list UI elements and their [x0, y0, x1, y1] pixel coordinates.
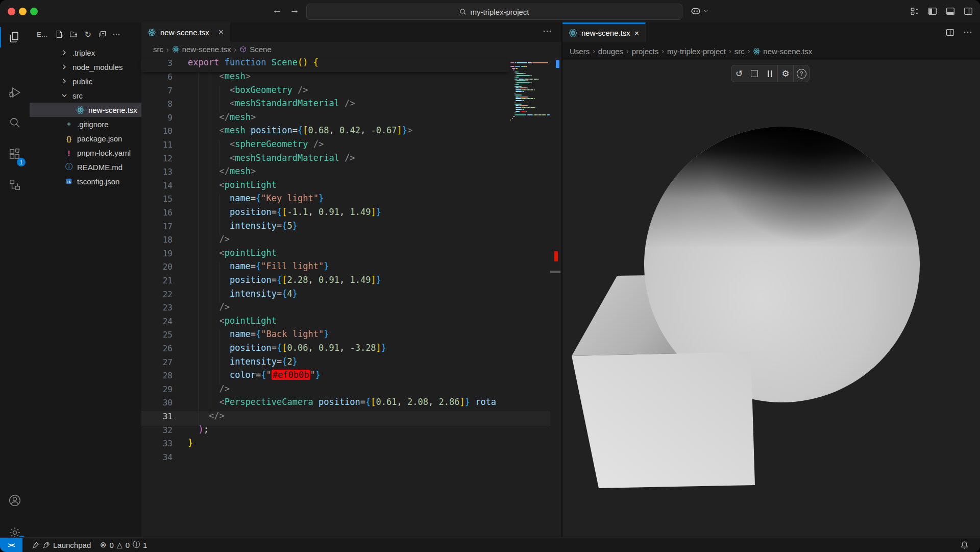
sticky-scroll-line[interactable]: 3export function Scene() { [141, 58, 509, 72]
panel-tab[interactable]: new-scene.tsx × [562, 22, 646, 42]
problems-status-item[interactable]: ⊗ 0 △ 0 ⓘ 1 [100, 538, 147, 552]
tree-item-pnpm-lock.yaml[interactable]: !pnpm-lock.yaml [30, 146, 141, 160]
code-line-13[interactable]: 13</mesh> [141, 167, 509, 181]
code-line-27[interactable]: 27intensity={2} [141, 357, 509, 371]
minimap[interactable] [510, 60, 550, 132]
code-line-33[interactable]: 33} [141, 439, 509, 452]
tree-item-tsconfig.json[interactable]: TStsconfig.json [30, 174, 141, 188]
code-line-17[interactable]: 17intensity={5} [141, 222, 509, 235]
rocket-icon [42, 541, 50, 549]
search-icon [8, 116, 21, 129]
code-line-10[interactable]: 10<mesh position={[0.68, 0.42, -0.67]}> [141, 126, 509, 140]
scene-canvas[interactable] [562, 60, 980, 538]
code-line-32[interactable]: 32); [141, 425, 509, 439]
sidebar-item-extensions[interactable]: 1 [0, 141, 30, 167]
extensions-badge: 1 [17, 158, 26, 166]
code-area[interactable]: 6<mesh>7<boxGeometry />8<meshStandardMat… [141, 0, 509, 538]
sidebar-item-remote-explorer[interactable] [0, 172, 30, 198]
tab-close-icon[interactable]: × [634, 29, 639, 37]
chevron-down-icon [60, 91, 69, 100]
tree-item-node_modules[interactable]: node_modules [30, 60, 141, 74]
customize-layout-icon [910, 6, 920, 16]
info-count: 1 [143, 541, 147, 549]
code-line-23[interactable]: 23/> [141, 303, 509, 317]
line-number: 26 [141, 344, 173, 353]
pause-button[interactable] [762, 66, 777, 81]
traffic-close-button[interactable] [8, 8, 15, 15]
launchpad-status-item[interactable]: Launchpad [32, 538, 91, 552]
code-line-11[interactable]: 11<sphereGeometry /> [141, 140, 509, 154]
remote-indicator[interactable]: >< [0, 538, 22, 552]
traffic-minimize-button[interactable] [19, 8, 27, 15]
tree-item-label: tsconfig.json [77, 177, 119, 186]
tree-item-.triplex[interactable]: .triplex [30, 45, 141, 60]
code-line-24[interactable]: 24<pointLight [141, 317, 509, 330]
code-line-29[interactable]: 29/> [141, 385, 509, 398]
code-line-34[interactable]: 34 [141, 452, 509, 466]
code-line-25[interactable]: 25name={"Back light"} [141, 330, 509, 344]
info-file-icon: ⓘ [64, 162, 74, 172]
breadcrumb-item[interactable]: douges [598, 47, 623, 56]
triplex-viewport[interactable]: ↺⚙? [562, 60, 980, 538]
breadcrumb-item[interactable]: Users [570, 47, 590, 56]
code-line-6[interactable]: 6<mesh> [141, 72, 509, 86]
panel-tab-label: new-scene.tsx [581, 29, 630, 37]
code-line-20[interactable]: 20name={"Fill light"} [141, 262, 509, 276]
tree-item-README.md[interactable]: ⓘREADME.md [30, 160, 141, 174]
tree-item-package.json[interactable]: {}package.json [30, 131, 141, 146]
code-line-19[interactable]: 19<pointLight [141, 249, 509, 262]
overview-ruler-marker [554, 251, 558, 261]
code-line-7[interactable]: 7<boxGeometry /> [141, 86, 509, 100]
code-line-9[interactable]: 9</mesh> [141, 113, 509, 127]
code-line-21[interactable]: 21position={[2.28, 0.91, 1.49]} [141, 276, 509, 290]
toggle-secondary-sidebar-button[interactable] [963, 6, 974, 16]
settings-button[interactable]: ⚙ [778, 66, 793, 81]
breadcrumb-item[interactable]: src [734, 47, 745, 56]
code-line-15[interactable]: 15name={"Key light"} [141, 194, 509, 208]
copilot-button[interactable] [690, 5, 708, 16]
tree-item-label: src [72, 91, 83, 100]
code-line-22[interactable]: 22intensity={4} [141, 290, 509, 303]
code-line-26[interactable]: 26position={[0.06, 0.91, -3.28]} [141, 344, 509, 357]
toggle-panel-button[interactable] [945, 6, 957, 16]
customize-layout-button[interactable] [910, 6, 921, 16]
code-line-28[interactable]: 28color={"#ef0b0b"} [141, 371, 509, 385]
tree-item-.gitignore[interactable]: .gitignore [30, 117, 141, 131]
tree-item-new-scene.tsx[interactable]: new-scene.tsx [30, 103, 141, 117]
code-line-18[interactable]: 18/> [141, 235, 509, 249]
code-line-16[interactable]: 16position={[-1.1, 0.91, 1.49]} [141, 208, 509, 222]
breadcrumb-item[interactable]: projects [632, 47, 659, 56]
code-line-12[interactable]: 12<meshStandardMaterial /> [141, 154, 509, 167]
traffic-zoom-button[interactable] [30, 8, 38, 15]
help-button[interactable]: ? [794, 66, 809, 81]
tree-item-public[interactable]: public [30, 74, 141, 88]
breadcrumb-item[interactable]: new-scene.tsx [753, 47, 812, 56]
line-number: 24 [141, 317, 173, 326]
tree-item-src[interactable]: src [30, 88, 141, 103]
chevron-right-icon [60, 77, 69, 86]
toggle-primary-sidebar-button[interactable] [927, 6, 939, 16]
react-icon [569, 29, 577, 37]
sidebar-item-explorer[interactable] [0, 24, 30, 51]
code-line-14[interactable]: 14<pointLight [141, 181, 509, 195]
line-number: 32 [141, 425, 173, 435]
panel-more-actions[interactable]: ⋯ [963, 27, 973, 38]
code-line-31[interactable]: 31</> [141, 412, 509, 425]
split-editor-icon[interactable] [945, 28, 955, 37]
sidebar-item-search[interactable] [0, 109, 30, 136]
line-number: 15 [141, 194, 173, 204]
code-line-30[interactable]: 30<PerspectiveCamera position={[0.61, 2.… [141, 398, 509, 412]
editor-more-actions[interactable]: ⋯ [543, 26, 552, 37]
undo-button[interactable]: ↺ [731, 66, 747, 81]
ts-file-icon: TS [64, 178, 74, 185]
sidebar-item-run-debug[interactable] [0, 79, 30, 106]
frame-button[interactable] [747, 66, 762, 81]
remote-explorer-icon [8, 178, 21, 191]
accounts-button[interactable] [0, 487, 30, 514]
breadcrumb-item[interactable]: my-triplex-project [667, 47, 726, 56]
code-line-8[interactable]: 8<meshStandardMaterial /> [141, 99, 509, 113]
overview-ruler-marker [550, 271, 560, 273]
line-number: 27 [141, 357, 173, 367]
box-mesh-front-face[interactable] [572, 352, 755, 488]
notifications-bell[interactable] [960, 538, 969, 552]
